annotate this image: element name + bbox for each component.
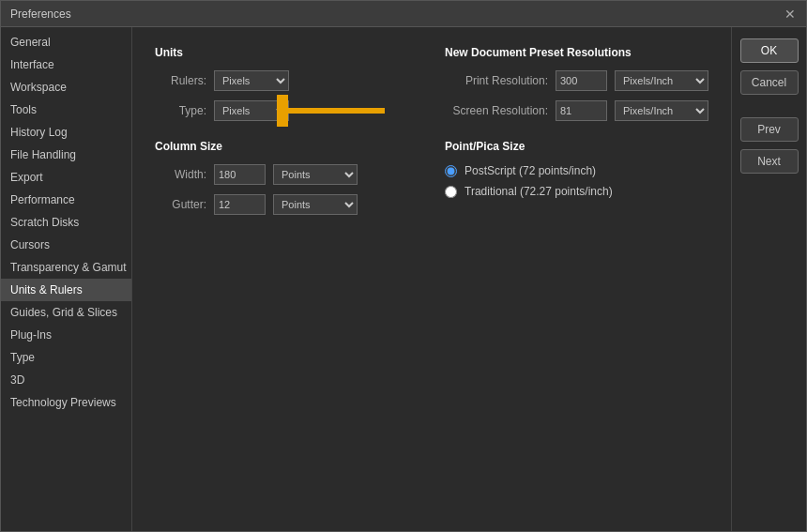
sidebar-item-3d[interactable]: 3D (1, 369, 131, 391)
sidebar-item-transparency--gamut[interactable]: Transparency & Gamut (1, 256, 131, 279)
sidebar-item-scratch-disks[interactable]: Scratch Disks (1, 211, 131, 234)
sidebar-item-units--rulers[interactable]: Units & Rulers (1, 279, 131, 301)
gutter-unit-select[interactable]: Points Picas Inches Centimeters Millimet… (273, 194, 358, 215)
sidebar-item-plug-ins[interactable]: Plug-Ins (1, 324, 131, 346)
postscript-radio[interactable] (445, 165, 457, 177)
screen-res-input[interactable]: 81 (556, 100, 607, 121)
rulers-label: Rulers: (155, 74, 206, 87)
prev-button[interactable]: Prev (740, 117, 799, 142)
gutter-input[interactable]: 12 (214, 194, 266, 215)
sidebar-item-guides-grid--slices[interactable]: Guides, Grid & Slices (1, 301, 131, 324)
titlebar: Preferences ✕ (1, 1, 806, 27)
gutter-label: Gutter: (155, 198, 206, 211)
main-content: Units Rulers: Pixels Inches Centimeters … (132, 27, 731, 531)
sidebar-item-technology-previews[interactable]: Technology Previews (1, 391, 131, 414)
traditional-row: Traditional (72.27 points/inch) (445, 185, 708, 198)
dialog-body: GeneralInterfaceWorkspaceToolsHistory Lo… (1, 27, 806, 531)
type-label: Type: (155, 104, 206, 117)
units-section: Units Rulers: Pixels Inches Centimeters … (155, 46, 407, 224)
rulers-row: Rulers: Pixels Inches Centimeters Millim… (155, 70, 407, 91)
screen-res-row: Screen Resolution: 81 Pixels/Inch Pixels… (445, 100, 708, 121)
sidebar: GeneralInterfaceWorkspaceToolsHistory Lo… (1, 27, 132, 531)
screen-res-label: Screen Resolution: (445, 104, 548, 117)
print-res-label: Print Resolution: (445, 74, 548, 87)
traditional-radio[interactable] (445, 186, 457, 198)
sidebar-item-file-handling[interactable]: File Handling (1, 144, 131, 166)
column-section: Column Size Width: 180 Points Picas Inch… (155, 140, 407, 215)
arrow-annotation (277, 95, 389, 127)
units-section-title: Units (155, 46, 407, 59)
width-unit-select[interactable]: Points Picas Inches Centimeters Millimet… (273, 164, 358, 185)
new-doc-section: New Document Preset Resolutions Print Re… (445, 46, 708, 224)
sidebar-item-workspace[interactable]: Workspace (1, 76, 131, 99)
sidebar-item-export[interactable]: Export (1, 166, 131, 189)
sidebar-item-general[interactable]: General (1, 31, 131, 53)
postscript-label: PostScript (72 points/inch) (464, 164, 596, 177)
buttons-panel: OK Cancel Prev Next (731, 27, 806, 531)
point-section: Point/Pica Size PostScript (72 points/in… (445, 140, 708, 198)
type-row: Type: Pixels Inches Centimeters Millimet… (155, 100, 407, 121)
traditional-label: Traditional (72.27 points/inch) (464, 185, 613, 198)
sidebar-item-tools[interactable]: Tools (1, 99, 131, 121)
sidebar-item-performance[interactable]: Performance (1, 189, 131, 211)
cancel-button[interactable]: Cancel (740, 70, 799, 95)
next-button[interactable]: Next (740, 149, 799, 174)
new-doc-section-title: New Document Preset Resolutions (445, 46, 708, 59)
sidebar-item-cursors[interactable]: Cursors (1, 234, 131, 256)
dialog-title: Preferences (10, 8, 71, 21)
print-res-unit-select[interactable]: Pixels/Inch Pixels/Centimeter (615, 70, 708, 91)
width-label: Width: (155, 168, 206, 181)
top-sections: Units Rulers: Pixels Inches Centimeters … (155, 46, 708, 224)
print-res-row: Print Resolution: 300 Pixels/Inch Pixels… (445, 70, 708, 91)
sidebar-item-history-log[interactable]: History Log (1, 121, 131, 144)
point-section-title: Point/Pica Size (445, 140, 708, 153)
postscript-row: PostScript (72 points/inch) (445, 164, 708, 177)
rulers-select[interactable]: Pixels Inches Centimeters Millimeters Po… (214, 70, 289, 91)
screen-res-unit-select[interactable]: Pixels/Inch Pixels/Centimeter (615, 100, 708, 121)
type-select[interactable]: Pixels Inches Centimeters Millimeters Po… (214, 100, 289, 121)
print-res-input[interactable]: 300 (556, 70, 607, 91)
width-input[interactable]: 180 (214, 164, 266, 185)
gutter-row: Gutter: 12 Points Picas Inches Centimete… (155, 194, 407, 215)
ok-button[interactable]: OK (740, 38, 799, 63)
preferences-dialog: Preferences ✕ GeneralInterfaceWorkspaceT… (0, 0, 807, 532)
sidebar-item-type[interactable]: Type (1, 346, 131, 369)
width-row: Width: 180 Points Picas Inches Centimete… (155, 164, 407, 185)
column-section-title: Column Size (155, 140, 407, 153)
close-button[interactable]: ✕ (784, 8, 797, 21)
sidebar-item-interface[interactable]: Interface (1, 53, 131, 76)
